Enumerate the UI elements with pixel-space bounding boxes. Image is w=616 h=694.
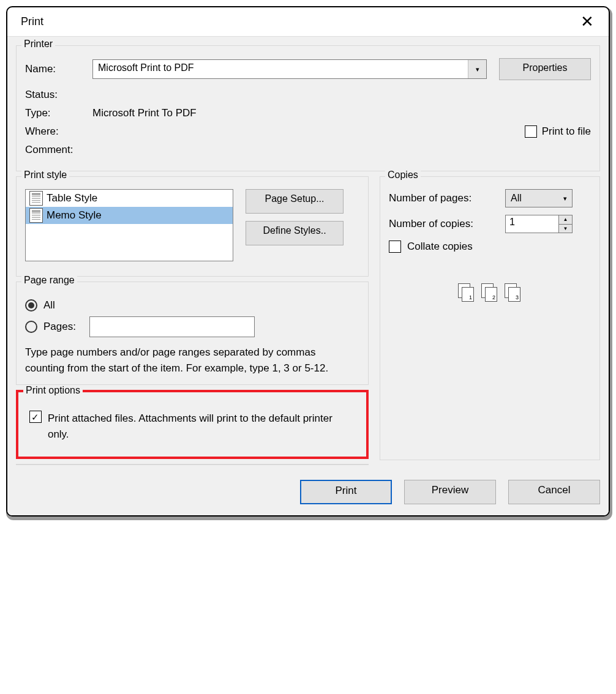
num-copies-value[interactable]: 1: [506, 215, 558, 233]
collate-checkbox[interactable]: [389, 241, 401, 253]
memo-style-icon: [29, 208, 43, 223]
radio-all-label: All: [43, 299, 55, 312]
print-attached-label: Print attached files. Attachments will p…: [48, 411, 355, 442]
type-label: Type:: [25, 107, 92, 119]
radio-all[interactable]: [25, 299, 37, 312]
action-buttons: Print Preview Cancel: [16, 480, 600, 504]
collate-preview: 1 2 3: [389, 283, 591, 302]
page-range-all[interactable]: All: [25, 299, 359, 312]
page-range-group: Page range All Pages: Type page numbers …: [16, 282, 369, 385]
radio-pages[interactable]: [25, 321, 37, 333]
printer-group: Printer Name: Microsoft Print to PDF ▾ P…: [16, 45, 600, 171]
page-range-hint: Type page numbers and/or page ranges sep…: [25, 345, 359, 376]
mini-page-num: 1: [462, 287, 474, 302]
copies-group: Copies Number of pages: All ▾ Number of …: [380, 176, 600, 460]
spinner-up-icon[interactable]: ▲: [559, 215, 572, 225]
cancel-button[interactable]: Cancel: [508, 480, 600, 504]
print-button[interactable]: Print: [300, 480, 392, 504]
page-setup-button[interactable]: Page Setup...: [246, 189, 344, 214]
print-to-file-label: Print to file: [542, 125, 591, 138]
style-item-table[interactable]: Table Style: [26, 190, 233, 207]
preview-button[interactable]: Preview: [404, 480, 496, 504]
check-icon: ✓: [31, 412, 39, 422]
type-value: Microsoft Print To PDF: [92, 107, 197, 119]
page-range-legend: Page range: [21, 275, 77, 286]
print-options-legend: Print options: [23, 385, 83, 396]
mini-page-num: 3: [508, 287, 520, 302]
collate-label: Collate copies: [407, 241, 473, 253]
collate-page-1: 1: [458, 283, 475, 302]
properties-button[interactable]: Properties: [499, 58, 591, 80]
dialog-body: Printer Name: Microsoft Print to PDF ▾ P…: [7, 36, 609, 515]
comment-label: Comment:: [25, 144, 92, 156]
num-copies-spinner[interactable]: 1 ▲ ▼: [505, 215, 573, 233]
radio-pages-label: Pages:: [43, 321, 76, 333]
print-to-file-option[interactable]: Print to file: [525, 125, 591, 138]
num-copies-label: Number of copies:: [389, 218, 499, 230]
collate-page-3: 3: [505, 283, 522, 302]
style-item-label: Table Style: [47, 192, 97, 204]
printer-legend: Printer: [21, 39, 55, 50]
empty-panel: [16, 464, 369, 465]
where-label: Where:: [25, 125, 92, 138]
spinner-down-icon[interactable]: ▼: [559, 225, 572, 233]
print-style-group: Print style Table Style Memo Style: [16, 176, 369, 277]
name-label: Name:: [25, 63, 92, 75]
print-attached-checkbox[interactable]: ✓: [29, 411, 42, 423]
num-pages-value: All: [511, 193, 522, 204]
close-icon[interactable]: ✕: [577, 12, 598, 31]
mini-page-num: 2: [485, 287, 497, 302]
define-styles-button[interactable]: Define Styles..: [246, 221, 344, 245]
chevron-down-icon: ▾: [563, 195, 567, 203]
print-style-legend: Print style: [21, 170, 69, 181]
style-item-memo[interactable]: Memo Style: [26, 207, 233, 224]
table-style-icon: [29, 191, 43, 206]
printer-name-select[interactable]: Microsoft Print to PDF ▾: [92, 59, 487, 79]
print-to-file-checkbox[interactable]: [525, 125, 537, 138]
print-attached-option[interactable]: ✓ Print attached files. Attachments will…: [27, 405, 358, 448]
status-label: Status:: [25, 89, 92, 101]
print-dialog: Print ✕ Printer Name: Microsoft Print to…: [6, 6, 610, 517]
printer-name-value: Microsoft Print to PDF: [93, 60, 468, 78]
copies-legend: Copies: [385, 170, 421, 181]
num-pages-label: Number of pages:: [389, 192, 499, 204]
style-item-label: Memo Style: [47, 209, 102, 222]
print-options-group: Print options ✓ Print attached files. At…: [16, 390, 369, 459]
chevron-down-icon[interactable]: ▾: [468, 60, 486, 78]
pages-input[interactable]: [89, 316, 255, 337]
collate-page-2: 2: [481, 283, 498, 302]
num-pages-select[interactable]: All ▾: [505, 189, 573, 207]
print-style-list[interactable]: Table Style Memo Style: [25, 189, 233, 261]
page-range-pages[interactable]: Pages:: [25, 316, 359, 337]
titlebar: Print ✕: [7, 7, 609, 36]
window-title: Print: [21, 15, 43, 28]
